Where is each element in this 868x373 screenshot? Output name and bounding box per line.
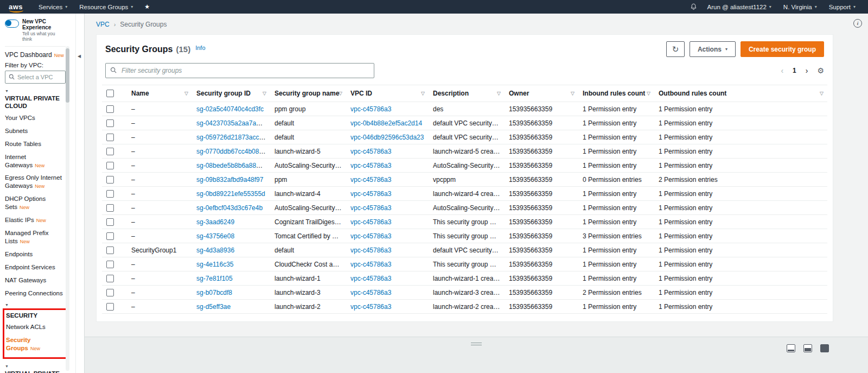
section-collapse-icon[interactable]: ▼ [5,89,66,93]
settings-gear-icon[interactable]: ⚙ [817,66,824,75]
vpc-id-link[interactable]: vpc-c45786a3 [350,176,391,184]
filter-funnel-icon[interactable]: ▽ [647,91,650,96]
panel-layout-bottom-icon[interactable] [787,344,795,352]
aws-logo[interactable]: aws [9,3,23,11]
sidebar-splitter[interactable]: ◀ [76,14,85,373]
region-menu[interactable]: N. Virginia ▾ [777,0,823,14]
row-checkbox[interactable] [106,148,114,155]
panel-layout-split-icon[interactable] [803,344,812,352]
security-group-id-link[interactable]: sg-0efbcf043d3c67e4b [196,204,263,212]
vpc-id-link[interactable]: vpc-c45786a3 [350,246,391,254]
info-panel-icon[interactable]: i [853,19,862,28]
security-group-id-link[interactable]: sg-7e81f105 [196,275,233,282]
row-checkbox[interactable] [106,261,114,268]
panel-layout-full-icon[interactable] [820,344,829,352]
security-group-id-link[interactable]: sg-d5eff3ae [196,303,231,311]
support-menu[interactable]: Support ▾ [823,0,861,14]
row-checkbox[interactable] [106,303,114,311]
sidebar-item-egress-only-internet-gateways[interactable]: Egress Only Internet GatewaysNew [5,174,66,190]
security-group-id-link[interactable]: sg-43756e08 [196,232,234,240]
vpc-id-link[interactable]: vpc-c45786a3 [350,303,391,311]
next-page-icon[interactable]: › [806,66,808,75]
security-group-id-link[interactable]: sg-3aad6249 [196,218,234,226]
row-checkbox[interactable] [106,204,114,212]
breadcrumb-vpc-link[interactable]: VPC [96,21,110,28]
sidebar-item-vpc-dashboard[interactable]: VPC DashboardNew [5,51,66,59]
row-checkbox[interactable] [106,246,114,254]
vpc-id-link[interactable]: vpc-c45786a3 [350,261,391,268]
new-vpc-experience-banner[interactable]: New VPC Experience Tell us what you thin… [5,17,66,47]
sidebar-item-managed-prefix-lists[interactable]: Managed Prefix ListsNew [5,229,66,245]
collapse-sidebar-icon[interactable]: ◀ [78,54,81,59]
previous-page-icon[interactable]: ‹ [781,66,783,75]
security-group-id-link[interactable]: sg-059726d21873accab [196,134,266,141]
sidebar-item-elastic-ips[interactable]: Elastic IPsNew [5,216,66,224]
security-group-id-link[interactable]: sg-4e116c35 [196,261,234,268]
sidebar-item-peering-connections[interactable]: Peering Connections [5,289,66,298]
vpc-id-link[interactable]: vpc-046db92596c53da23 [350,134,424,141]
filter-funnel-icon[interactable]: ▽ [339,91,342,96]
security-group-id-link[interactable]: sg-04237035a2aa7ac44 [196,119,266,127]
vpc-id-link[interactable]: vpc-c45786a3 [350,232,391,240]
sidebar-item-security-groups[interactable]: Security GroupsNew [6,336,66,352]
security-group-id-link[interactable]: sg-08bede5b8b6a88c6a [196,162,266,169]
sidebar-item-nat-gateways[interactable]: NAT Gateways [5,276,66,285]
row-checkbox[interactable] [106,119,114,127]
sidebar-item-endpoint-services[interactable]: Endpoint Services [5,263,66,271]
vpc-id-link[interactable]: vpc-c45786a3 [350,275,391,282]
vpc-select[interactable]: Select a VPC [5,71,66,84]
vpc-id-link[interactable]: vpc-c45786a3 [350,289,391,296]
sidebar-item-route-tables[interactable]: Route Tables [5,140,66,148]
security-group-id-link[interactable]: sg-09b832afbd9a48f97 [196,176,263,184]
vpc-id-link[interactable]: vpc-0b4b88e2ef5ac2d14 [350,119,422,127]
pin-star-icon[interactable]: ★ [139,3,155,10]
vpc-id-link[interactable]: vpc-c45786a3 [350,190,391,198]
resource-groups-menu[interactable]: Resource Groups ▾ [73,0,139,14]
security-group-id-link[interactable]: sg-b07bcdf8 [196,289,232,296]
resize-grip[interactable] [471,343,482,345]
info-link[interactable]: Info [195,45,205,51]
actions-button[interactable]: Actions ▾ [690,41,736,57]
vpc-id-link[interactable]: vpc-c45786a3 [350,148,391,155]
filter-funnel-icon[interactable]: ▽ [571,91,575,96]
experience-toggle[interactable] [5,20,19,28]
sidebar-item-dhcp-options-sets[interactable]: DHCP Options SetsNew [5,195,66,211]
filter-funnel-icon[interactable]: ▽ [263,91,266,96]
row-checkbox[interactable] [106,289,114,296]
sidebar-item-subnets[interactable]: Subnets [5,127,66,135]
row-checkbox[interactable] [106,162,114,169]
filter-funnel-icon[interactable]: ▽ [497,91,501,96]
section-collapse-icon[interactable]: ▼ [5,364,66,368]
security-group-id-link[interactable]: sg-02a5c40740c4cd3fc [196,105,264,113]
refresh-button[interactable]: ↻ [666,41,685,57]
account-menu[interactable]: Arun @ aliastest1122 ▾ [701,0,777,14]
vpc-id-link[interactable]: vpc-c45786a3 [350,204,391,212]
scrollbar-thumb[interactable] [66,48,69,103]
sidebar-item-internet-gateways[interactable]: Internet GatewaysNew [5,153,66,169]
vpc-id-link[interactable]: vpc-c45786a3 [350,162,391,169]
row-checkbox[interactable] [106,232,114,240]
row-checkbox[interactable] [106,218,114,226]
services-menu[interactable]: Services ▾ [33,0,73,14]
select-all-checkbox[interactable] [106,90,114,97]
page-number[interactable]: 1 [793,67,796,74]
sidebar-item-your-vpcs[interactable]: Your VPCs [5,114,66,122]
row-checkbox[interactable] [106,134,114,141]
security-group-id-link[interactable]: sg-0bd89221efe55355d [196,190,265,198]
security-group-id-link[interactable]: sg-0770ddb67cc4b0886 [196,148,266,155]
security-group-id-link[interactable]: sg-4d3a8936 [196,246,234,254]
sidebar-item-network-acls[interactable]: Network ACLs [6,323,66,331]
create-security-group-button[interactable]: Create security group [741,41,824,57]
vpc-id-link[interactable]: vpc-c45786a3 [350,218,391,226]
filter-funnel-icon[interactable]: ▽ [421,91,425,96]
section-collapse-icon[interactable]: ▼ [5,303,66,307]
filter-input[interactable] [120,66,369,75]
sidebar-scrollbar[interactable] [66,46,69,371]
filter-funnel-icon[interactable]: ▽ [820,91,824,96]
row-checkbox[interactable] [106,176,114,184]
vpc-id-link[interactable]: vpc-c45786a3 [350,105,391,113]
row-checkbox[interactable] [106,275,114,282]
row-checkbox[interactable] [106,105,114,113]
notifications-bell-icon[interactable] [686,3,701,10]
row-checkbox[interactable] [106,190,114,198]
